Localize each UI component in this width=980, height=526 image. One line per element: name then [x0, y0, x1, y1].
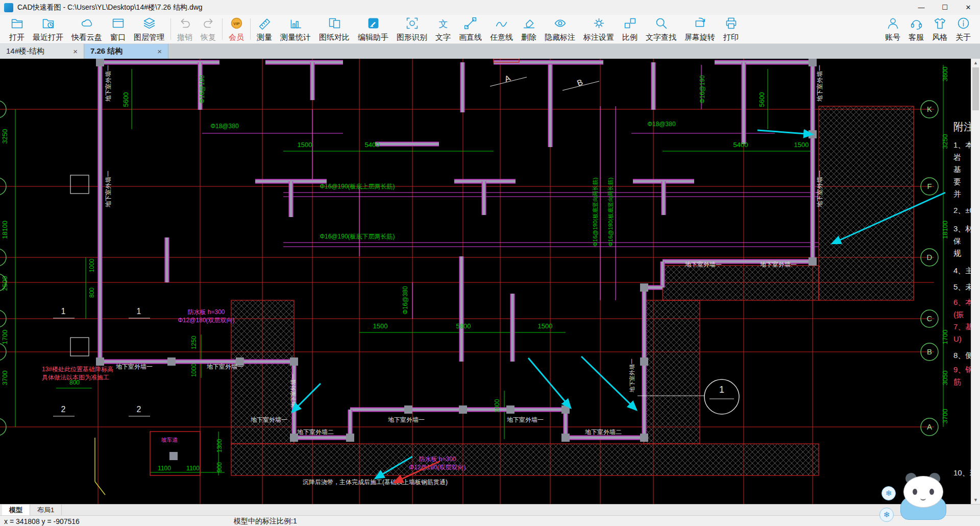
annotation-settings-icon — [592, 16, 606, 32]
toolbar-style-shirt[interactable]: 风格 — [928, 16, 951, 42]
svg-text:3250: 3250 — [941, 134, 949, 149]
hide-annotation-icon — [553, 16, 567, 32]
svg-text:防水板 h=300: 防水板 h=300 — [187, 308, 225, 316]
toolbar-redo[interactable]: 恢复 — [197, 16, 220, 42]
toolbar-hide-annotation[interactable]: 隐藏标注 — [541, 16, 579, 42]
close-button[interactable]: ✕ — [957, 0, 980, 15]
svg-text:1: 1 — [719, 385, 724, 395]
toolbar-window[interactable]: 窗口 — [106, 16, 130, 42]
svg-text:Φ18@380: Φ18@380 — [210, 123, 238, 130]
text-tool-icon: 文 — [436, 16, 450, 32]
sheet-compare-icon — [328, 16, 341, 32]
svg-text:规: 规 — [953, 249, 961, 257]
svg-text:D: D — [927, 253, 933, 261]
toolbar-printer[interactable]: 打印 — [719, 16, 743, 42]
svg-text:13#楼处此位置基础降标高: 13#楼处此位置基础降标高 — [42, 366, 113, 373]
cad-canvas-area[interactable]: 5600560036003250325018100181001000250080… — [0, 59, 980, 504]
toolbar-scale-ratio[interactable]: 比例 — [618, 16, 642, 42]
maximize-button[interactable]: ☐ — [933, 0, 957, 15]
toolbar-annotation-settings[interactable]: 标注设置 — [579, 16, 618, 42]
style-shirt-icon — [933, 16, 947, 32]
svg-text:具体做法以本图为准施工: 具体做法以本图为准施工 — [42, 374, 109, 381]
toolbar-account[interactable]: 账号 — [881, 16, 904, 42]
document-tab-bar: 14#楼-结构 × 7.26 结构 × — [0, 44, 980, 59]
vertical-scrollbar[interactable]: ▲ ▼ — [971, 59, 980, 504]
scrollbar-thumb[interactable] — [972, 67, 979, 110]
toolbar-edit-assistant[interactable]: 编辑助手 — [354, 16, 393, 42]
toolbar-layers[interactable]: 图层管理 — [130, 16, 168, 42]
svg-text:1000: 1000 — [494, 399, 501, 413]
toolbar-recent-folder[interactable]: 最近打开 — [29, 16, 67, 42]
customer-service-icon — [910, 16, 923, 32]
toolbar-screen-rotate[interactable]: 屏幕旋转 — [680, 16, 719, 42]
snowflake-badge[interactable]: ❄ — [881, 486, 896, 500]
svg-text:18100: 18100 — [941, 221, 949, 239]
app-icon — [4, 3, 13, 12]
measure-ruler-icon — [258, 16, 272, 32]
measure-stats-icon — [289, 16, 303, 32]
layers-icon — [142, 16, 156, 32]
svg-text:K: K — [927, 105, 932, 113]
recent-folder-icon — [41, 16, 55, 32]
svg-text:3700: 3700 — [1, 371, 9, 386]
svg-text:1000: 1000 — [88, 258, 95, 272]
svg-text:3250: 3250 — [1, 129, 9, 144]
svg-text:地下室外墙一: 地下室外墙一 — [207, 363, 243, 370]
toolbar-customer-service[interactable]: 客服 — [904, 16, 928, 42]
toolbar-cloud-drive[interactable]: 快看云盘 — [67, 16, 106, 42]
svg-text:地下室外墙一: 地下室外墙一 — [507, 416, 544, 423]
minimize-button[interactable]: — — [910, 0, 933, 15]
svg-text:B: B — [927, 347, 932, 356]
toolbar-shape-recognition[interactable]: 图形识别 — [393, 16, 431, 42]
tab-close-icon[interactable]: × — [157, 47, 162, 56]
svg-text:1: 1 — [61, 307, 66, 316]
scroll-up-icon[interactable]: ▲ — [971, 59, 980, 67]
tab-label: 14#楼-结构 — [6, 46, 44, 56]
toolbar-draw-line[interactable]: 画直线 — [455, 16, 486, 42]
svg-text:VIP: VIP — [233, 21, 239, 26]
toolbar-separator — [170, 18, 171, 40]
toolbar-text-tool[interactable]: 文文字 — [431, 16, 455, 42]
toolbar-about-info[interactable]: 关于 — [951, 16, 975, 42]
toolbar-text-search[interactable]: 文字查找 — [642, 16, 680, 42]
tab-14-building-structure[interactable]: 14#楼-结构 × — [0, 44, 84, 59]
svg-text:1100: 1100 — [186, 465, 200, 472]
redo-icon — [202, 16, 215, 32]
svg-text:地下室外墙一: 地下室外墙一 — [760, 261, 797, 268]
toolbar-measure-stats[interactable]: 测量统计 — [276, 16, 315, 42]
tab-close-icon[interactable]: × — [73, 47, 78, 56]
toolbar-undo[interactable]: 撤销 — [173, 16, 197, 42]
mascot-mouth — [920, 496, 926, 500]
assistant-mascot[interactable] — [898, 469, 947, 520]
svg-text:Φ16@190(板底上层两长筋): Φ16@190(板底上层两长筋) — [320, 183, 395, 190]
snowflake-badge[interactable]: ❄ — [879, 508, 894, 522]
toolbar-eraser[interactable]: 删除 — [517, 16, 541, 42]
tab-726-structure[interactable]: 7.26 结构 × — [84, 44, 168, 59]
svg-text:18100: 18100 — [1, 221, 9, 239]
svg-text:A: A — [927, 422, 932, 431]
svg-text:地下室外墙二: 地下室外墙二 — [297, 428, 334, 436]
svg-text:C: C — [927, 314, 933, 323]
svg-text:Φ16@380: Φ16@380 — [402, 286, 409, 314]
svg-text:地下室外墙一: 地下室外墙一 — [388, 416, 425, 423]
svg-text:1、本工: 1、本工 — [953, 140, 971, 149]
toolbar-vip-badge[interactable]: VIP会员 — [225, 16, 248, 42]
svg-text:Φ18@380: Φ18@380 — [647, 121, 675, 128]
svg-text:地下室外墙一: 地下室外墙一 — [816, 65, 823, 102]
svg-text:1250: 1250 — [190, 336, 198, 349]
scroll-down-icon[interactable]: ▼ — [971, 496, 980, 504]
tab-model[interactable]: 模型 — [2, 505, 30, 515]
tab-layout1[interactable]: 布局1 — [30, 505, 62, 515]
toolbar-measure-ruler[interactable]: 测量 — [253, 16, 276, 42]
annotation-scale: 模型中的标注比例:1 — [234, 517, 297, 526]
toolbar-freehand-line[interactable]: 任意线 — [486, 16, 517, 42]
svg-text:F: F — [927, 182, 932, 190]
svg-text:地下室外墙一: 地下室外墙一 — [685, 261, 722, 268]
space-tab-bar: 模型 布局1 — [0, 504, 980, 515]
toolbar-open-folder[interactable]: 打开 — [5, 16, 29, 42]
svg-text:筋: 筋 — [953, 377, 961, 386]
toolbar-sheet-compare[interactable]: 图纸对比 — [315, 16, 354, 42]
cad-drawing[interactable]: 5600560036003250325018100181001000250080… — [0, 59, 971, 504]
svg-text:Φ12@180(双层双向): Φ12@180(双层双向) — [178, 317, 234, 324]
svg-text:2: 2 — [137, 405, 141, 414]
